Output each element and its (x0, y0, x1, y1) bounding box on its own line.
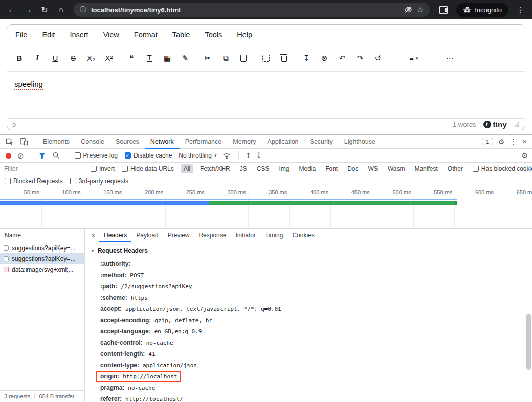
filter-type-media[interactable]: Media (296, 164, 319, 173)
cancel-button[interactable]: ⊗ (317, 51, 331, 65)
align-button[interactable]: ≡▾ (407, 51, 421, 65)
search-icon[interactable] (52, 149, 61, 162)
underline-button[interactable]: U (48, 51, 62, 65)
text-color-button[interactable]: T (142, 51, 157, 65)
tab-application[interactable]: Application (261, 135, 304, 149)
element-path[interactable]: p (12, 121, 16, 128)
filter-type-img[interactable]: Img (276, 164, 292, 173)
paste-button[interactable] (236, 51, 251, 65)
more-toolbar-button[interactable]: ⋯ (442, 51, 457, 65)
invert-checkbox[interactable]: Invert (91, 165, 115, 172)
detail-tab-initiator[interactable]: Initiator (231, 229, 260, 242)
filter-type-fetch-xhr[interactable]: Fetch/XHR (197, 164, 233, 173)
menu-view[interactable]: View (102, 30, 120, 40)
split-screen-icon[interactable] (439, 6, 448, 14)
scrollbar-thumb[interactable] (526, 314, 531, 370)
network-conditions-icon[interactable] (221, 149, 232, 162)
preserve-log-checkbox[interactable]: Preserve log (75, 152, 118, 159)
name-column-header[interactable]: Name (0, 229, 84, 242)
menu-help[interactable]: Help (236, 30, 253, 40)
filter-type-other[interactable]: Other (445, 164, 466, 173)
close-detail-icon[interactable]: × (88, 231, 98, 239)
misspelled-word[interactable]: speeling (14, 80, 43, 90)
request-row[interactable]: data:image/svg+xml;... (0, 264, 84, 275)
cut-button[interactable]: ✂ (201, 51, 215, 65)
filter-type-js[interactable]: JS (237, 164, 250, 173)
tab-elements[interactable]: Elements (37, 135, 75, 149)
menu-edit[interactable]: Edit (41, 30, 56, 40)
italic-button[interactable]: I (30, 51, 45, 65)
request-row[interactable]: suggestions?apiKey=... (0, 242, 84, 253)
3rd-party-requests-checkbox[interactable]: 3rd-party requests (70, 177, 128, 185)
disable-cache-checkbox[interactable]: Disable cache (125, 152, 172, 159)
detail-tab-response[interactable]: Response (194, 229, 231, 242)
detail-tab-headers[interactable]: Headers (99, 229, 131, 242)
address-bar[interactable]: ⓘ localhost/tinymce/tiny6.html ☆ (74, 3, 430, 17)
request-row[interactable]: suggestions?apiKey=... (0, 253, 84, 264)
network-overview[interactable]: 50 ms100 ms150 ms200 ms250 ms300 ms350 m… (0, 187, 532, 229)
has-blocked-cookies-checkbox[interactable]: Has blocked cookies (473, 165, 532, 172)
hide-data-urls-checkbox[interactable]: Hide data URLs (122, 165, 174, 172)
filter-input[interactable] (4, 165, 81, 172)
filter-type-all[interactable]: All (181, 164, 193, 173)
resize-handle-icon[interactable] (514, 122, 520, 127)
filter-type-css[interactable]: CSS (254, 164, 273, 173)
restore-draft-button[interactable]: ↺ (371, 51, 385, 65)
editor-content[interactable]: speeling (7, 72, 525, 118)
subscript-button[interactable]: X₂ (84, 51, 98, 65)
delete-button[interactable] (277, 51, 291, 65)
redo-button[interactable]: ↷ (353, 51, 367, 65)
detail-tab-cookies[interactable]: Cookies (287, 229, 319, 242)
devtools-close-icon[interactable]: × (522, 137, 527, 146)
devtools-settings-icon[interactable]: ⚙ (498, 138, 505, 146)
network-settings-icon[interactable]: ⚙ (521, 151, 528, 160)
tab-network[interactable]: Network (145, 135, 180, 149)
request-headers-section[interactable]: ▼ Request Headers (91, 247, 525, 254)
filter-type-ws[interactable]: WS (365, 164, 381, 173)
menu-insert[interactable]: Insert (69, 30, 89, 40)
tab-security[interactable]: Security (304, 135, 339, 149)
filter-type-font[interactable]: Font (322, 164, 341, 173)
tab-performance[interactable]: Performance (180, 135, 228, 149)
issues-badge[interactable]: 1 (482, 138, 493, 145)
tab-console[interactable]: Console (75, 135, 110, 149)
filter-type-doc[interactable]: Doc (344, 164, 361, 173)
clear-network-log-icon[interactable]: ⊘ (17, 152, 24, 160)
superscript-button[interactable]: X² (102, 51, 116, 65)
menu-file[interactable]: File (14, 30, 28, 40)
inspect-element-icon[interactable] (3, 135, 16, 148)
export-har-icon[interactable]: ↧ (256, 151, 262, 160)
browser-menu-icon[interactable]: ⋮ (513, 2, 528, 17)
detail-tab-timing[interactable]: Timing (260, 229, 288, 242)
strikethrough-button[interactable]: S (66, 51, 80, 65)
select-all-button[interactable] (259, 51, 273, 65)
undo-button[interactable]: ↶ (335, 51, 349, 65)
tiny-logo[interactable]: t tiny (483, 120, 507, 129)
word-count[interactable]: 1 words (453, 121, 476, 128)
tab-memory[interactable]: Memory (227, 135, 261, 149)
filter-funnel-icon[interactable] (38, 149, 47, 162)
insert-image-button[interactable]: ▦ (160, 51, 174, 65)
url-text[interactable]: localhost/tinymce/tiny6.html (91, 6, 400, 14)
eye-off-icon[interactable] (404, 6, 412, 13)
forward-button[interactable]: → (20, 2, 36, 17)
reload-button[interactable]: ↻ (37, 2, 52, 17)
blockquote-button[interactable]: ❝ (124, 51, 139, 65)
menu-table[interactable]: Table (171, 30, 191, 40)
blocked-requests-checkbox[interactable]: Blocked Requests (5, 177, 63, 185)
tab-lighthouse[interactable]: Lighthouse (339, 135, 381, 149)
devtools-menu-icon[interactable]: ⋮ (509, 137, 517, 146)
detail-tab-payload[interactable]: Payload (131, 229, 163, 242)
back-button[interactable]: ← (4, 2, 19, 17)
bold-button[interactable]: B (12, 51, 27, 65)
site-info-icon[interactable]: ⓘ (80, 5, 86, 14)
detail-tab-preview[interactable]: Preview (163, 229, 194, 242)
menu-tools[interactable]: Tools (204, 30, 223, 40)
filter-type-manifest[interactable]: Manifest (411, 164, 440, 173)
device-toolbar-icon[interactable] (17, 135, 31, 148)
throttling-select[interactable]: No throttling ▾ (179, 152, 216, 159)
permanent-pen-button[interactable]: ✎ (178, 51, 192, 65)
filter-type-wasm[interactable]: Wasm (385, 164, 408, 173)
tab-sources[interactable]: Sources (110, 135, 145, 149)
bookmark-star-icon[interactable]: ☆ (417, 5, 424, 14)
